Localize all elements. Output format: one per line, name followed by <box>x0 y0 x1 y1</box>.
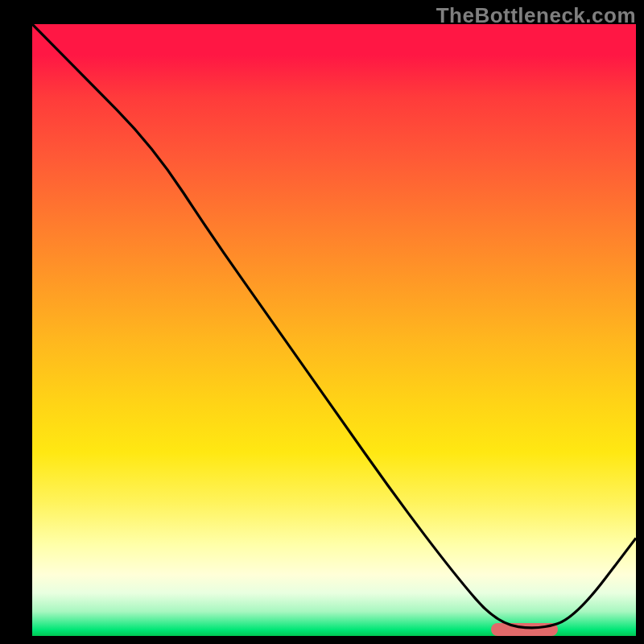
curve-path <box>32 24 636 628</box>
bottleneck-curve <box>32 24 636 636</box>
plot-area <box>32 24 636 636</box>
chart-frame: TheBottleneck.com <box>0 0 644 644</box>
